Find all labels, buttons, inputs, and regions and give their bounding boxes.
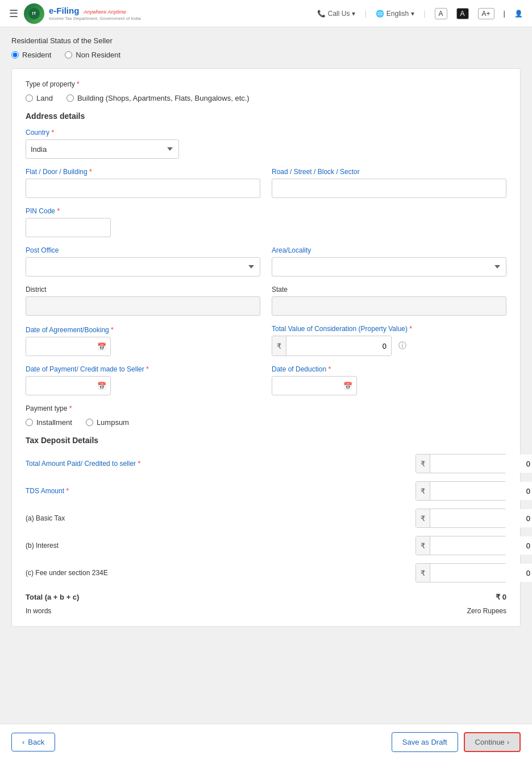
non-resident-radio[interactable] xyxy=(65,51,72,59)
lumpsum-radio-label[interactable]: Lumpsum xyxy=(86,418,129,427)
land-radio[interactable] xyxy=(26,94,33,102)
font-contrast-button[interactable]: A xyxy=(456,8,469,19)
installment-radio[interactable] xyxy=(26,419,33,426)
tds-label: TDS Amount * xyxy=(26,487,69,495)
continue-button[interactable]: Continue › xyxy=(464,732,521,752)
basic-tax-label: (a) Basic Tax xyxy=(26,514,65,522)
payment-type-group: Installment Lumpsum xyxy=(26,418,506,427)
total-paid-wrapper: ₹ xyxy=(415,454,506,473)
residential-status-group: Resident Non Resident xyxy=(11,51,521,59)
land-radio-label[interactable]: Land xyxy=(26,94,53,102)
profile-icon: 👤 xyxy=(514,10,523,18)
flat-input[interactable] xyxy=(26,179,260,198)
state-input xyxy=(272,296,506,316)
tax-deposit-title: Tax Deposit Details xyxy=(26,436,506,445)
pin-label: PIN Code * xyxy=(26,207,506,215)
svg-text:IT: IT xyxy=(32,10,36,15)
date-payment-wrapper: 📅 xyxy=(26,376,111,395)
save-draft-button[interactable]: Save as Draft xyxy=(392,732,458,752)
state-label: State xyxy=(272,286,506,294)
property-type-label: Type of property * xyxy=(26,80,506,88)
interest-label: (b) Interest xyxy=(26,542,59,550)
basic-tax-row: (a) Basic Tax ₹ xyxy=(26,509,506,528)
basic-tax-wrapper: ₹ xyxy=(415,509,506,528)
building-radio[interactable] xyxy=(66,94,74,102)
date-agreement-input[interactable] xyxy=(26,337,111,356)
date-payment-label: Date of Payment/ Credit made to Seller * xyxy=(26,365,260,373)
property-value-wrapper: ₹ xyxy=(272,336,392,356)
tds-input[interactable] xyxy=(430,482,532,500)
total-abc-value: ₹ 0 xyxy=(496,593,506,601)
lumpsum-radio[interactable] xyxy=(86,419,93,426)
property-type-group: Land Building (Shops, Apartments, Flats,… xyxy=(26,94,506,102)
fee-wrapper: ₹ xyxy=(415,563,506,583)
main-form-card: Type of property * Land Building (Shops,… xyxy=(11,68,521,627)
footer: ‹ Back Save as Draft Continue › xyxy=(0,724,532,760)
interest-wrapper: ₹ xyxy=(415,536,506,555)
date-agreement-label: Date of Agreement/Booking * xyxy=(26,326,260,334)
flat-label: Flat / Door / Building * xyxy=(26,168,260,176)
payment-type-label: Payment type * xyxy=(26,404,506,412)
fee-label: (c) Fee under section 234E xyxy=(26,569,108,577)
total-paid-row: Total Amount Paid/ Credited to seller * … xyxy=(26,454,506,473)
logo-brand: e-Filing Anywhere Anytime xyxy=(49,6,141,16)
pin-input[interactable] xyxy=(26,218,111,237)
date-payment-input[interactable] xyxy=(26,376,111,395)
back-button[interactable]: ‹ Back xyxy=(11,733,55,751)
post-office-select[interactable] xyxy=(26,257,260,276)
logo-icon: IT xyxy=(24,3,44,24)
logo-dept: Income Tax Department, Government of Ind… xyxy=(49,16,141,22)
road-input[interactable] xyxy=(272,179,506,198)
tds-wrapper: ₹ xyxy=(415,481,506,501)
app-header: ☰ IT e-Filing Anywhere Anytime Income Ta… xyxy=(0,0,532,27)
logo: IT e-Filing Anywhere Anytime Income Tax … xyxy=(24,3,141,24)
building-radio-label[interactable]: Building (Shops, Apartments, Flats, Bung… xyxy=(66,94,250,102)
total-paid-label: Total Amount Paid/ Credited to seller * xyxy=(26,460,140,468)
area-label: Area/Locality xyxy=(272,246,506,254)
total-paid-input[interactable] xyxy=(430,455,532,473)
info-icon-1[interactable]: ⓘ xyxy=(395,341,410,351)
rupee-basic-tax: ₹ xyxy=(416,509,430,527)
property-value-label: Total Value of Consideration (Property V… xyxy=(272,325,506,333)
font-large-button[interactable]: A+ xyxy=(478,8,494,19)
rupee-prefix-1: ₹ xyxy=(272,336,286,356)
fee-input[interactable] xyxy=(430,564,532,582)
residential-status-label: Residential Status of the Seller xyxy=(11,36,521,45)
rupee-total-paid: ₹ xyxy=(416,455,430,473)
area-select[interactable] xyxy=(272,257,506,276)
back-arrow-icon: ‹ xyxy=(22,738,24,746)
interest-row: (b) Interest ₹ xyxy=(26,536,506,555)
country-select[interactable]: India xyxy=(26,139,179,159)
road-label: Road / Street / Block / Sector xyxy=(272,168,506,176)
total-abc-row: Total (a + b + c) ₹ 0 xyxy=(26,590,506,601)
basic-tax-input[interactable] xyxy=(430,509,532,527)
total-abc-label: Total (a + b + c) xyxy=(26,593,79,601)
date-agreement-wrapper: 📅 xyxy=(26,337,111,356)
in-words-label: In words xyxy=(26,607,51,615)
interest-input[interactable] xyxy=(430,536,532,555)
date-deduction-label: Date of Deduction * xyxy=(272,365,506,373)
hamburger-menu[interactable]: ☰ xyxy=(9,7,18,20)
call-us-button[interactable]: 📞 Call Us ▾ xyxy=(317,10,356,18)
date-deduction-wrapper: 📅 xyxy=(272,376,357,395)
non-resident-radio-label[interactable]: Non Resident xyxy=(65,51,120,59)
date-deduction-input[interactable] xyxy=(272,376,357,395)
fee-row: (c) Fee under section 234E ₹ xyxy=(26,563,506,583)
globe-icon: 🌐 xyxy=(376,10,384,18)
resident-radio[interactable] xyxy=(11,51,19,59)
in-words-row: In words Zero Rupees xyxy=(26,607,506,615)
font-small-button[interactable]: A xyxy=(435,8,447,19)
property-value-input[interactable] xyxy=(286,336,391,356)
address-section-title: Address details xyxy=(26,111,506,121)
user-profile-button[interactable]: 👤 xyxy=(514,10,523,18)
installment-radio-label[interactable]: Installment xyxy=(26,418,72,427)
rupee-tds: ₹ xyxy=(416,482,430,500)
continue-arrow-icon: › xyxy=(507,738,509,746)
in-words-value: Zero Rupees xyxy=(467,607,506,615)
language-button[interactable]: 🌐 English ▾ xyxy=(376,10,414,18)
tds-row: TDS Amount * ₹ xyxy=(26,481,506,501)
resident-radio-label[interactable]: Resident xyxy=(11,51,51,59)
country-label: Country * xyxy=(26,129,506,137)
district-label: District xyxy=(26,286,260,294)
post-office-label: Post Office xyxy=(26,246,260,254)
